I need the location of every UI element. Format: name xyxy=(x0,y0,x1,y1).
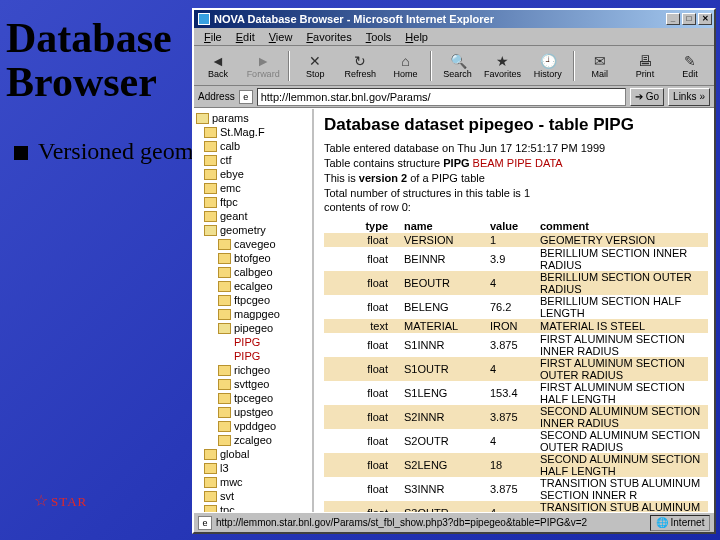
tree-folder[interactable]: svt xyxy=(196,489,312,503)
tool-forward: ►Forward xyxy=(241,48,285,84)
folder-icon xyxy=(204,183,217,194)
tree-folder[interactable]: ftpc xyxy=(196,195,312,209)
tree-folder[interactable]: btofgeo xyxy=(196,251,312,265)
links-button[interactable]: Links » xyxy=(668,88,710,106)
folder-icon xyxy=(218,253,231,264)
cell-cmt: SECOND ALUMINUM SECTION HALF LENGTH xyxy=(534,453,708,477)
tree-folder[interactable]: St.Mag.F xyxy=(196,125,312,139)
tool-refresh[interactable]: ↻Refresh xyxy=(338,48,382,84)
tree-folder[interactable]: svttgeo xyxy=(196,377,312,391)
edit-icon: ✎ xyxy=(682,53,698,69)
tree-folder[interactable]: mwc xyxy=(196,475,312,489)
tree-folder[interactable]: geant xyxy=(196,209,312,223)
tree-folder[interactable]: cavegeo xyxy=(196,237,312,251)
tool-search[interactable]: 🔍Search xyxy=(435,48,479,84)
cell-val: 4 xyxy=(484,501,534,512)
tree-folder[interactable]: upstgeo xyxy=(196,405,312,419)
minimize-button[interactable]: _ xyxy=(666,13,680,25)
maximize-button[interactable]: □ xyxy=(682,13,696,25)
table-row: textMATERIALIRONMATERIAL IS STEEL xyxy=(324,319,708,333)
tool-history[interactable]: 🕘History xyxy=(526,48,570,84)
cell-type: float xyxy=(324,501,398,512)
tool-home[interactable]: ⌂Home xyxy=(383,48,427,84)
page-icon: e xyxy=(239,90,253,104)
tree-folder[interactable]: geometry xyxy=(196,223,312,237)
tree-folder[interactable]: calbgeo xyxy=(196,265,312,279)
cell-cmt: GEOMETRY VERSION xyxy=(534,233,708,247)
table-row: floatS1LENG153.4FIRST ALUMINUM SECTION H… xyxy=(324,381,708,405)
cell-cmt: MATERIAL IS STEEL xyxy=(534,319,708,333)
cell-name: S1LENG xyxy=(398,381,484,405)
cell-name: BEINNR xyxy=(398,247,484,271)
table-row: floatBELENG76.2BERILLIUM SECTION HALF LE… xyxy=(324,295,708,319)
tree-folder[interactable]: pipegeo xyxy=(196,321,312,335)
page-meta: Table entered database on Thu Jun 17 12:… xyxy=(324,141,708,215)
menu-favorites[interactable]: Favorites xyxy=(300,30,357,44)
cell-type: float xyxy=(324,405,398,429)
menu-tools[interactable]: Tools xyxy=(360,30,398,44)
folder-icon xyxy=(218,323,231,334)
folder-icon xyxy=(204,155,217,166)
tree-panel[interactable]: paramsSt.Mag.Fcalbctfebyeemcftpcgeantgeo… xyxy=(194,109,314,512)
table-row: floatS2LENG18SECOND ALUMINUM SECTION HAL… xyxy=(324,453,708,477)
cell-type: float xyxy=(324,333,398,357)
folder-icon xyxy=(218,407,231,418)
folder-icon xyxy=(204,141,217,152)
menu-help[interactable]: Help xyxy=(399,30,434,44)
tree-folder[interactable]: params xyxy=(196,111,312,125)
stop-icon: ✕ xyxy=(307,53,323,69)
tool-favorites[interactable]: ★Favorites xyxy=(481,48,525,84)
tree-folder[interactable]: ebye xyxy=(196,167,312,181)
title-line2: Browser xyxy=(6,59,157,105)
tree-folder[interactable]: ftpcgeo xyxy=(196,293,312,307)
folder-icon xyxy=(204,477,217,488)
cell-val: 4 xyxy=(484,271,534,295)
page-heading: Database dataset pipegeo - table PIPG xyxy=(324,115,708,135)
tool-edit[interactable]: ✎Edit xyxy=(668,48,712,84)
tool-mail[interactable]: ✉Mail xyxy=(578,48,622,84)
tool-stop[interactable]: ✕Stop xyxy=(293,48,337,84)
tree-folder[interactable]: vpddgeo xyxy=(196,419,312,433)
menu-view[interactable]: View xyxy=(263,30,299,44)
tree-leaf[interactable]: PIPG xyxy=(196,335,312,349)
title-line1: Database xyxy=(6,15,172,61)
tree-folder[interactable]: emc xyxy=(196,181,312,195)
history-icon: 🕘 xyxy=(540,53,556,69)
tree-folder[interactable]: global xyxy=(196,447,312,461)
tool-back[interactable]: ◄Back xyxy=(196,48,240,84)
menu-edit[interactable]: Edit xyxy=(230,30,261,44)
folder-icon xyxy=(204,449,217,460)
home-icon: ⌂ xyxy=(397,53,413,69)
cell-val: 76.2 xyxy=(484,295,534,319)
menu-file[interactable]: File xyxy=(198,30,228,44)
cell-type: float xyxy=(324,429,398,453)
cell-val: 3.875 xyxy=(484,333,534,357)
tree-folder[interactable]: l3 xyxy=(196,461,312,475)
tree-leaf[interactable]: PIPG xyxy=(196,349,312,363)
tree-folder[interactable]: tpcegeo xyxy=(196,391,312,405)
cell-cmt: BERILLIUM SECTION INNER RADIUS xyxy=(534,247,708,271)
tree-folder[interactable]: ctf xyxy=(196,153,312,167)
tree-folder[interactable]: richgeo xyxy=(196,363,312,377)
tool-print[interactable]: 🖶Print xyxy=(623,48,667,84)
table-row: floatBEINNR3.9BERILLIUM SECTION INNER RA… xyxy=(324,247,708,271)
cell-cmt: SECOND ALUMINUM SECTION INNER RADIUS xyxy=(534,405,708,429)
folder-icon xyxy=(218,421,231,432)
tree-folder[interactable]: calb xyxy=(196,139,312,153)
status-page-icon: e xyxy=(198,516,212,530)
cell-cmt: FIRST ALUMINUM SECTION INNER RADIUS xyxy=(534,333,708,357)
tree-folder[interactable]: ecalgeo xyxy=(196,279,312,293)
tree-folder[interactable]: tpc xyxy=(196,503,312,512)
address-input[interactable] xyxy=(257,88,626,106)
table-row: floatS3OUTR4TRANSITION STUB ALUMINUM SEC… xyxy=(324,501,708,512)
close-button[interactable]: ✕ xyxy=(698,13,712,25)
tree-folder[interactable]: magpgeo xyxy=(196,307,312,321)
go-button[interactable]: ➔ Go xyxy=(630,88,664,106)
mail-icon: ✉ xyxy=(592,53,608,69)
slide-title: Database Browser xyxy=(6,16,172,104)
tree-folder[interactable]: zcalgeo xyxy=(196,433,312,447)
cell-val: 153.4 xyxy=(484,381,534,405)
cell-val: 1 xyxy=(484,233,534,247)
cell-val: 3.9 xyxy=(484,247,534,271)
table-row: floatVERSION1GEOMETRY VERSION xyxy=(324,233,708,247)
